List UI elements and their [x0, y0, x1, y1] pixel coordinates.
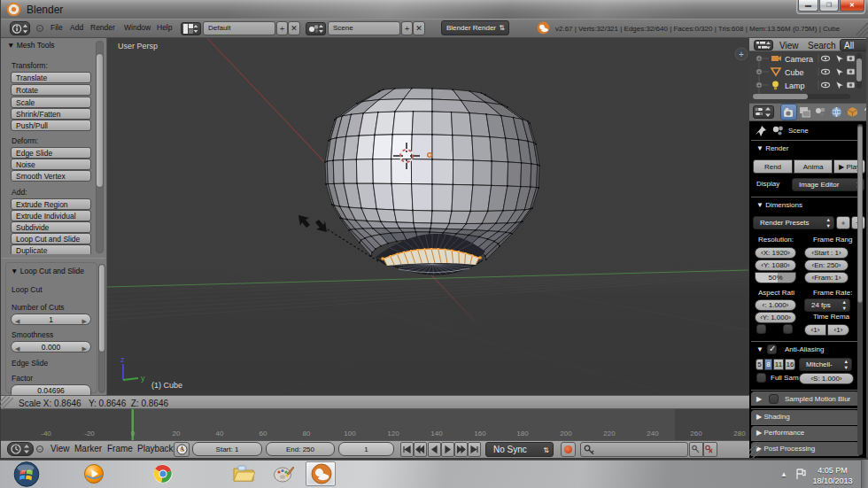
svg-text:280: 280 — [733, 430, 746, 438]
svg-text:200: 200 — [560, 430, 572, 438]
svg-text:240: 240 — [647, 430, 659, 438]
svg-text:y: y — [141, 374, 145, 383]
svg-text:40: 40 — [216, 430, 224, 438]
svg-text:0: 0 — [131, 430, 136, 438]
svg-text:+: + — [757, 56, 761, 62]
svg-text:+: + — [739, 50, 744, 59]
svg-text:140: 140 — [430, 430, 443, 438]
svg-text:-20: -20 — [84, 430, 95, 438]
svg-text:Cube: Cube — [785, 68, 804, 77]
svg-text:User Persp: User Persp — [118, 42, 158, 50]
svg-text:120: 120 — [387, 430, 399, 438]
svg-text:(1) Cube: (1) Cube — [151, 381, 182, 390]
svg-text:100: 100 — [344, 430, 356, 438]
svg-text:60: 60 — [260, 430, 267, 438]
svg-text:-40: -40 — [41, 430, 51, 438]
svg-text:+: + — [757, 82, 761, 89]
svg-text:Lamp: Lamp — [785, 81, 805, 90]
svg-text:20: 20 — [173, 430, 181, 438]
svg-text:80: 80 — [303, 430, 311, 438]
svg-text:+: + — [757, 69, 761, 75]
svg-text:220: 220 — [603, 430, 616, 438]
svg-text:260: 260 — [690, 430, 702, 438]
svg-text:z: z — [120, 355, 125, 364]
svg-text:Camera: Camera — [785, 55, 813, 64]
svg-text:160: 160 — [474, 430, 486, 438]
svg-text:180: 180 — [516, 430, 529, 438]
